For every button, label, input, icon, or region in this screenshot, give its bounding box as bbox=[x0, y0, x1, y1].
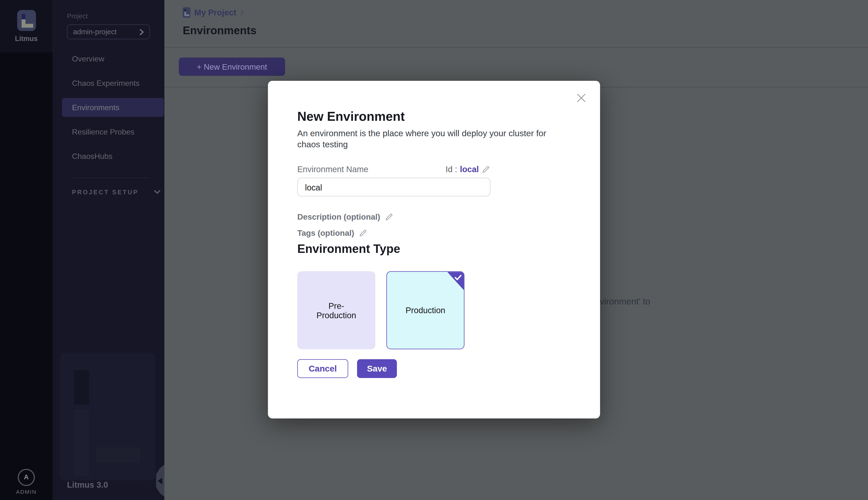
version-label: Litmus 3.0 bbox=[67, 479, 108, 489]
sidebar-collapse-handle[interactable] bbox=[156, 464, 165, 497]
breadcrumb-project-link[interactable]: My Project bbox=[194, 8, 236, 17]
header-divider bbox=[164, 47, 868, 47]
environment-name-input[interactable] bbox=[297, 178, 490, 197]
id-label: Id : bbox=[446, 164, 457, 174]
modal-subtitle: An environment is the place where you wi… bbox=[297, 128, 567, 150]
close-icon[interactable] bbox=[576, 93, 586, 103]
sidebar-nav: Overview Chaos Experiments Environments … bbox=[53, 49, 164, 166]
breadcrumb-chevron-icon bbox=[240, 9, 244, 15]
breadcrumb[interactable]: My Project bbox=[183, 7, 244, 18]
cancel-button[interactable]: Cancel bbox=[297, 360, 348, 378]
project-label: Project bbox=[67, 12, 164, 20]
product-name: Litmus bbox=[15, 35, 38, 43]
sidebar: Project admin-project Overview Chaos Exp… bbox=[53, 0, 164, 500]
new-environment-button[interactable]: + New Environment bbox=[179, 58, 285, 76]
sidebar-item-resilience-probes[interactable]: Resilience Probes bbox=[62, 122, 164, 141]
modal-title: New Environment bbox=[297, 109, 567, 124]
sidebar-item-chaoshubs[interactable]: ChaosHubs bbox=[62, 147, 164, 166]
page-title: Environments bbox=[183, 24, 256, 37]
project-setup-label: PROJECT SETUP bbox=[72, 189, 138, 195]
save-button[interactable]: Save bbox=[357, 360, 397, 378]
litmus-logo-cell[interactable]: Litmus bbox=[0, 0, 53, 53]
type-card-production[interactable]: Production bbox=[387, 271, 465, 350]
edit-id-pencil-icon[interactable] bbox=[481, 165, 490, 174]
litmus-app: Litmus A ADMIN Project admin-project Ove… bbox=[0, 0, 868, 500]
project-name: admin-project bbox=[73, 28, 117, 36]
environment-id-group: Id : local bbox=[446, 164, 490, 174]
sidebar-item-environments[interactable]: Environments bbox=[62, 98, 164, 117]
description-label: Description (optional) bbox=[297, 213, 380, 221]
edit-description-pencil-icon[interactable] bbox=[385, 213, 393, 221]
chevron-right-icon bbox=[140, 29, 144, 35]
sidebar-divider bbox=[72, 178, 149, 178]
litmus-logo-icon bbox=[17, 10, 36, 31]
environment-type-heading: Environment Type bbox=[297, 242, 567, 256]
check-icon bbox=[454, 274, 462, 281]
type-card-pre-production[interactable]: Pre-Production bbox=[297, 271, 375, 350]
chevron-down-icon bbox=[154, 190, 161, 194]
environment-name-label: Environment Name bbox=[297, 164, 368, 174]
tags-label: Tags (optional) bbox=[297, 229, 354, 238]
empty-state-text-fragment: vironment' to bbox=[600, 297, 650, 307]
sidebar-item-chaos-experiments[interactable]: Chaos Experiments bbox=[62, 73, 164, 92]
user-avatar[interactable]: A bbox=[18, 468, 35, 486]
type-card-production-label: Production bbox=[406, 306, 445, 315]
sidebar-placeholder-card bbox=[60, 352, 156, 480]
product-strip: Litmus A ADMIN bbox=[0, 0, 53, 500]
user-role: ADMIN bbox=[16, 488, 36, 495]
id-value: local bbox=[460, 164, 479, 174]
project-selector[interactable]: admin-project bbox=[67, 24, 150, 39]
sidebar-item-overview[interactable]: Overview bbox=[62, 49, 164, 68]
new-environment-modal: New Environment An environment is the pl… bbox=[267, 81, 600, 418]
project-icon bbox=[183, 7, 191, 18]
edit-tags-pencil-icon[interactable] bbox=[358, 229, 367, 238]
